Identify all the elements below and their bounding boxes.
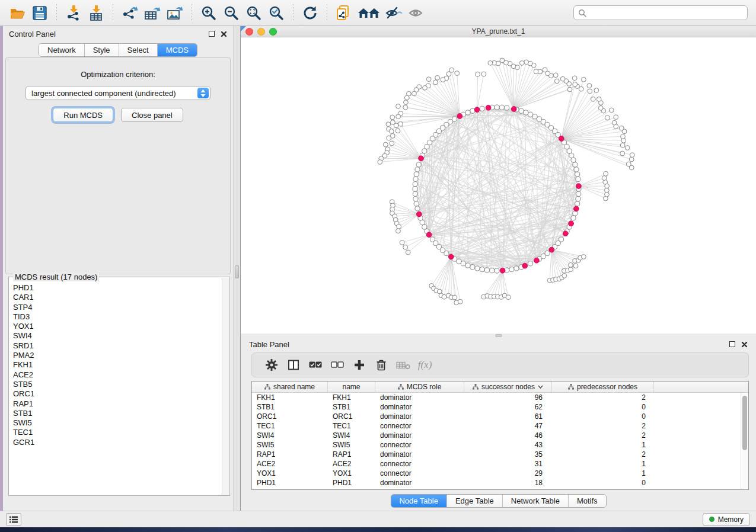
network-node[interactable]	[389, 129, 394, 134]
network-node[interactable]	[433, 80, 438, 85]
table-row[interactable]: PHD1PHD1dominator180	[252, 478, 748, 488]
dominator-node[interactable]	[419, 156, 424, 161]
cell-successor-nodes[interactable]: 96	[464, 393, 552, 402]
cell-shared-name[interactable]: ACE2	[252, 459, 328, 469]
network-node[interactable]	[441, 78, 445, 82]
network-node[interactable]	[499, 105, 504, 110]
cell-predecessor-nodes[interactable]: 0	[552, 402, 654, 412]
network-node[interactable]	[573, 162, 578, 167]
network-node[interactable]	[571, 158, 576, 162]
tab-node-table[interactable]: Node Table	[391, 495, 446, 507]
network-node[interactable]	[514, 266, 519, 271]
cell-name[interactable]: SWI5	[328, 440, 375, 450]
import-network-button[interactable]	[62, 3, 85, 23]
cell-predecessor-nodes[interactable]: 1	[552, 459, 654, 469]
dominator-node[interactable]	[574, 206, 579, 211]
table-row[interactable]: RAP1RAP1dominator352	[252, 450, 748, 459]
cell-successor-nodes[interactable]: 62	[464, 402, 552, 412]
import-table-button[interactable]	[85, 3, 107, 23]
splitter-handle[interactable]	[495, 334, 502, 337]
table-scrollbar[interactable]	[741, 393, 748, 489]
table-row[interactable]: SWI5SWI5connector431	[252, 440, 748, 450]
cell-predecessor-nodes[interactable]: 1	[552, 440, 654, 450]
network-node[interactable]	[528, 112, 533, 117]
list-item[interactable]: CAR1	[13, 293, 222, 302]
dominator-node[interactable]	[500, 268, 505, 273]
network-node[interactable]	[620, 151, 625, 156]
dominator-node[interactable]	[486, 105, 491, 110]
network-node[interactable]	[444, 251, 449, 256]
network-node[interactable]	[602, 176, 607, 181]
cell-shared-name[interactable]: ORC1	[252, 412, 328, 421]
cell-shared-name[interactable]: SWI5	[252, 440, 328, 450]
tab-select[interactable]: Select	[119, 44, 157, 56]
dominator-node[interactable]	[416, 211, 422, 217]
network-node[interactable]	[413, 191, 417, 196]
network-node[interactable]	[524, 60, 529, 65]
table-row[interactable]: ACE2ACE2connector311	[252, 459, 748, 469]
network-node[interactable]	[625, 146, 630, 150]
list-item[interactable]: GCR1	[13, 438, 222, 447]
network-node[interactable]	[480, 267, 484, 272]
network-view-canvas[interactable]	[241, 37, 756, 334]
cell-successor-nodes[interactable]: 18	[464, 478, 552, 488]
network-node[interactable]	[532, 114, 537, 119]
network-node[interactable]	[572, 76, 577, 81]
network-node[interactable]	[591, 97, 595, 101]
network-node[interactable]	[626, 162, 631, 166]
dominator-node[interactable]	[511, 107, 516, 112]
tab-motifs[interactable]: Motifs	[568, 495, 606, 507]
network-node[interactable]	[576, 191, 581, 196]
network-node[interactable]	[569, 153, 574, 158]
export-table-button[interactable]	[141, 3, 164, 23]
cell-name[interactable]: TEC1	[328, 421, 375, 431]
export-network-button[interactable]	[119, 3, 141, 23]
cell-name[interactable]: FKH1	[328, 393, 375, 402]
network-node[interactable]	[621, 138, 626, 143]
cell-predecessor-nodes[interactable]: 2	[552, 450, 654, 459]
close-panel-icon[interactable]	[221, 31, 227, 37]
network-node[interactable]	[575, 201, 580, 206]
dominator-node[interactable]	[563, 231, 568, 236]
list-item[interactable]: SRD1	[13, 341, 222, 351]
list-item[interactable]: SWI5	[13, 418, 222, 428]
network-window-titlebar[interactable]: YPA_prune.txt_1	[241, 26, 756, 37]
network-node[interactable]	[457, 259, 461, 264]
network-node[interactable]	[481, 72, 486, 76]
cell-shared-name[interactable]: TEC1	[252, 421, 328, 431]
apply-layout-button[interactable]	[299, 3, 321, 23]
dominator-node[interactable]	[522, 263, 528, 268]
network-node[interactable]	[455, 71, 460, 76]
houses-button[interactable]	[355, 3, 382, 23]
network-node[interactable]	[573, 211, 578, 216]
close-panel-icon[interactable]	[741, 341, 748, 348]
network-node[interactable]	[505, 105, 509, 110]
splitter-handle[interactable]	[235, 265, 239, 278]
network-node[interactable]	[519, 61, 524, 66]
vertical-splitter[interactable]	[233, 26, 241, 511]
list-item[interactable]: FKH1	[13, 360, 222, 370]
network-node[interactable]	[480, 106, 484, 111]
network-node[interactable]	[534, 69, 538, 74]
network-node[interactable]	[423, 85, 428, 90]
network-node[interactable]	[576, 177, 580, 181]
network-node[interactable]	[554, 79, 559, 84]
network-node[interactable]	[567, 149, 572, 153]
network-node[interactable]	[629, 157, 634, 162]
network-node[interactable]	[571, 216, 576, 220]
network-node[interactable]	[378, 160, 382, 165]
cell-shared-name[interactable]: STB1	[252, 402, 328, 412]
network-node[interactable]	[598, 105, 603, 110]
search-box[interactable]	[573, 5, 748, 20]
cell-mcds-role[interactable]: dominator	[375, 402, 464, 412]
tab-style[interactable]: Style	[84, 44, 119, 56]
network-node[interactable]	[560, 76, 565, 81]
network-node[interactable]	[596, 97, 601, 102]
table-row[interactable]: TEC1TEC1connector472	[252, 421, 748, 431]
network-node[interactable]	[506, 295, 511, 300]
optimization-criterion-select[interactable]: largest connected component (undirected)	[25, 86, 210, 100]
network-node[interactable]	[576, 197, 580, 201]
network-node[interactable]	[475, 266, 480, 271]
network-node[interactable]	[621, 134, 626, 139]
list-item[interactable]: ORC1	[13, 389, 222, 399]
